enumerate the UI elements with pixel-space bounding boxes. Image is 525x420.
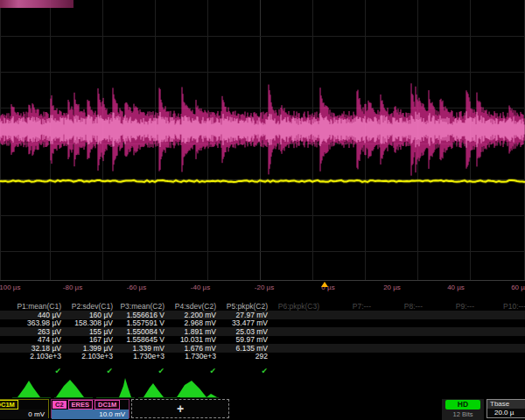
- status-check-icon: ✔: [0, 367, 65, 375]
- time-axis-label: -60 µs: [127, 284, 146, 291]
- table-cell: 1.558645 V: [116, 335, 168, 344]
- c1-trace: [0, 180, 525, 182]
- status-check-icon: ✔: [168, 367, 220, 375]
- time-axis-label: -40 µs: [191, 284, 210, 291]
- table-header-cell[interactable]: P8:---: [374, 302, 426, 311]
- table-cell: 2.968 mV: [168, 318, 220, 327]
- table-header-cell[interactable]: P7:---: [323, 302, 374, 311]
- c2-coupling-chip: DC1M: [94, 400, 120, 410]
- bits-label: 12 Bits: [453, 410, 473, 418]
- table-cell: 1.399 µV: [65, 344, 116, 353]
- table-cell: 2.103e+3: [65, 352, 116, 360]
- status-check-icon: ✔: [65, 367, 116, 375]
- table-cell: 27.97 mV: [220, 311, 271, 319]
- table-cell: 1.557591 V: [116, 318, 168, 327]
- c2-vertical-scale-value: 10.0 mV: [52, 410, 129, 419]
- table-header-cell[interactable]: P5:pkpk(C2): [220, 302, 271, 311]
- waveform-display: [0, 0, 525, 282]
- table-cell: 10.031 mV: [168, 335, 220, 344]
- table-cell: 1.556616 V: [116, 311, 168, 319]
- plus-icon: +: [177, 402, 184, 415]
- hd-mode-badge: HD: [445, 400, 480, 410]
- table-cell: 474 µV: [0, 335, 65, 344]
- graticule: [0, 0, 525, 282]
- table-cell: 363.98 µV: [0, 318, 65, 327]
- histicon[interactable]: [18, 381, 40, 397]
- histicon[interactable]: [177, 381, 217, 397]
- c1-vertical-scale-value: 0 mV: [0, 410, 48, 419]
- bottom-descriptor-bar: C1 DC1M 0 mV C2 ERES DC1M 10.0 mV + HD 1…: [0, 399, 525, 420]
- table-cell: 25.03 mV: [220, 327, 271, 336]
- table-cell: 32.18 µV: [0, 344, 65, 353]
- table-cell: 1.730e+3: [116, 352, 168, 360]
- time-axis-label: -20 µs: [255, 284, 274, 291]
- c1-descriptor-box[interactable]: C1 DC1M 0 mV: [0, 399, 49, 418]
- oscilloscope-screen: -100 µs-80 µs-60 µs-40 µs-20 µs0 µs20 µs…: [0, 0, 525, 420]
- table-cell: 440 µV: [0, 311, 65, 319]
- table-cell: 1.550084 V: [116, 327, 168, 336]
- table-cell: 1.891 mV: [168, 327, 220, 336]
- timebase-value: 20.0 µ: [487, 409, 525, 417]
- time-axis: -100 µs-80 µs-60 µs-40 µs-20 µs0 µs20 µs…: [0, 281, 525, 295]
- table-header-cell[interactable]: P2:sdev(C1): [65, 302, 116, 311]
- table-header-cell[interactable]: P10:---: [478, 302, 525, 311]
- acquisition-panel[interactable]: HD 12 Bits: [442, 399, 484, 420]
- table-header-cell[interactable]: P9:---: [426, 302, 478, 311]
- table-header-cell[interactable]: P4:sdev(C2): [168, 302, 220, 311]
- measurement-table: P1:mean(C1)P2:sdev(C1)P3:mean(C2)P4:sdev…: [0, 302, 525, 376]
- table-cell: 167 µV: [65, 335, 116, 344]
- table-cell: 1.339 mV: [116, 344, 168, 353]
- add-trace-box[interactable]: +: [131, 399, 229, 418]
- table-cell: 33.477 mV: [220, 318, 271, 327]
- histicon[interactable]: [56, 380, 84, 397]
- time-axis-label: -100 µs: [0, 284, 20, 291]
- timebase-label: Tbase: [487, 400, 525, 409]
- c1-coupling-chip: DC1M: [0, 400, 18, 410]
- table-header-cell[interactable]: P1:mean(C1): [0, 302, 65, 311]
- c2-descriptor-box[interactable]: C2 ERES DC1M 10.0 mV: [51, 399, 130, 418]
- table-cell: 158.308 µV: [65, 318, 116, 327]
- table-header-cell[interactable]: P6:pkpk(C3): [271, 302, 323, 311]
- cropped-trace-label-overlay: [0, 0, 74, 8]
- table-cell: 263 µV: [0, 327, 65, 336]
- table-cell: 2.200 mV: [168, 311, 220, 319]
- status-check-icon: ✔: [220, 367, 271, 375]
- table-cell: 6.135 mV: [220, 344, 271, 353]
- table-header-cell[interactable]: P3:mean(C2): [116, 302, 168, 311]
- status-check-icon: ✔: [116, 367, 168, 375]
- table-cell: 160 µV: [65, 311, 116, 319]
- table-cell: 292: [220, 352, 271, 360]
- time-axis-label: 60 µs: [511, 284, 525, 291]
- histicon[interactable]: [144, 383, 164, 397]
- table-cell: 155 µV: [65, 327, 116, 336]
- c2-eres-chip: ERES: [68, 400, 93, 410]
- trigger-time-marker-icon[interactable]: [321, 282, 328, 287]
- table-cell: 1.676 mV: [168, 344, 220, 353]
- timebase-box[interactable]: Tbase 20.0 µ: [486, 399, 525, 418]
- table-cell: 2.103e+3: [0, 352, 65, 360]
- time-axis-label: 40 µs: [447, 284, 465, 291]
- table-cell: 1.730e+3: [168, 352, 220, 360]
- histicon[interactable]: [119, 378, 131, 397]
- histicon-row: [0, 376, 525, 399]
- time-axis-label: 20 µs: [383, 284, 401, 291]
- table-cell: 59.97 mV: [220, 335, 271, 344]
- time-axis-label: -80 µs: [63, 284, 82, 291]
- c2-channel-chip: C2: [52, 401, 66, 409]
- c2-noise-trace: [0, 83, 524, 175]
